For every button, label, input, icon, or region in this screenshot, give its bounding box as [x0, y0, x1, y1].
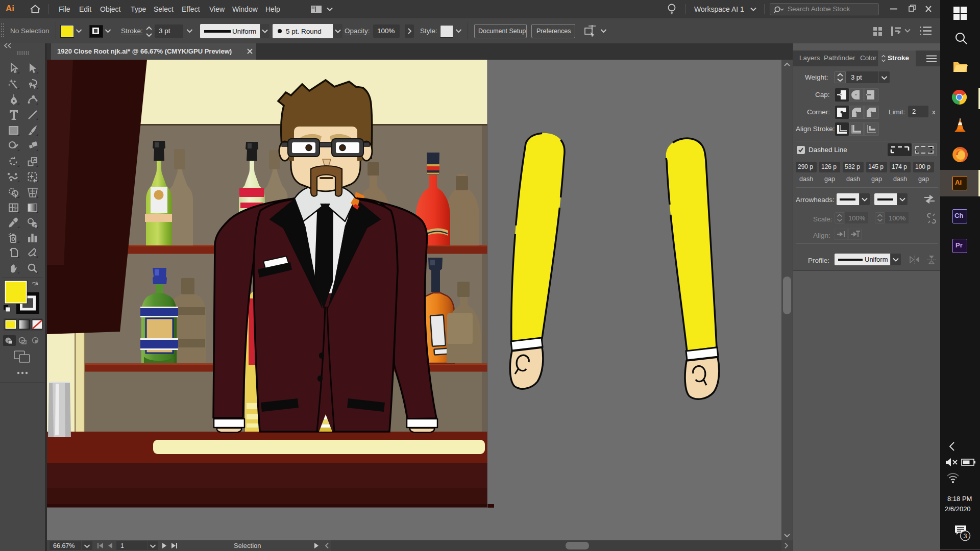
svg-text:3: 3: [964, 533, 967, 540]
